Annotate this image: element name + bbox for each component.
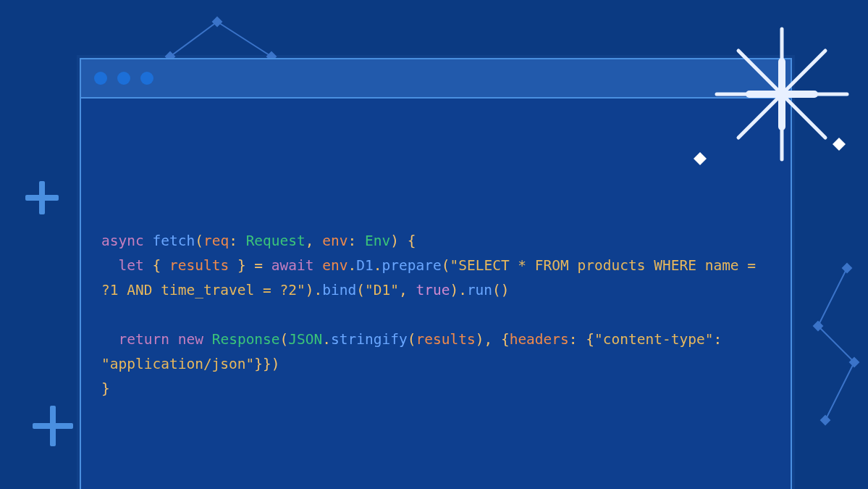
plus-sparkle-icon [25,181,59,214]
window-titlebar [81,59,791,99]
code-token-str: "application/json" [101,356,254,372]
code-token-punct: : [348,233,365,249]
code-token-prop: D1 [356,257,373,274]
code-token-kw: await [271,257,314,274]
code-token-punct: . [348,257,357,274]
code-token-param: results [416,331,475,348]
code-token-punct: () [492,282,509,298]
code-block: async fetch(req: Request, env: Env) { le… [81,113,791,416]
code-token-punct: ( [195,233,203,249]
code-token-type: Response [212,331,280,348]
window-dot [94,72,107,85]
code-token-punct [169,331,178,348]
code-token-type: Env [365,233,390,249]
code-token-fn: prepare [382,257,442,274]
code-token-param: results [169,257,229,274]
code-token-punct: ). [450,282,466,298]
window-dot [140,72,153,85]
code-token-param: req [203,233,229,249]
code-token-bool: true [416,282,450,298]
code-token-punct: { [144,257,169,274]
code-token-punct: ( [408,331,416,348]
code-token-punct: ( [356,282,365,298]
code-token-kw: return [118,331,169,348]
code-token-type: Request [246,233,306,249]
code-window: async fetch(req: Request, env: Env) { le… [80,58,792,489]
svg-line-11 [825,362,854,420]
window-dot [117,72,130,85]
plus-sparkle-icon [33,406,73,446]
code-token-punct: } [101,380,110,397]
svg-line-9 [818,268,847,326]
code-token-punct: . [374,257,382,274]
small-diamond-icon [694,152,707,165]
code-token-fn: fetch [152,233,195,249]
svg-marker-23 [833,138,846,151]
small-diamond-icon [833,138,846,151]
svg-marker-15 [821,416,830,425]
code-token-punct [101,331,118,348]
code-token-punct [144,233,153,249]
code-token-fn: run [467,282,492,298]
code-token-punct: . [322,331,331,348]
code-token-punct [101,257,118,274]
code-token-punct: : [713,331,730,348]
svg-line-0 [170,22,217,57]
svg-marker-12 [843,264,851,272]
code-token-fn: stringify [331,331,408,348]
code-token-punct: ), { [476,331,510,348]
svg-marker-22 [694,152,707,165]
code-token-punct: } = [229,257,271,274]
code-token-punct [203,331,212,348]
code-token-punct: , [306,233,322,249]
code-token-type: JSON [288,331,322,348]
constellation-right [804,261,868,435]
code-token-punct: ( [442,257,450,274]
code-token-kw: let [118,257,143,274]
canvas: async fetch(req: Request, env: Env) { le… [0,0,868,489]
code-token-str: "D1" [365,282,399,298]
code-token-punct: ). [306,282,322,298]
code-token-punct: : [229,233,245,249]
code-token-kw: new [178,331,203,348]
code-token-fn: bind [322,282,356,298]
svg-rect-6 [25,195,59,201]
code-token-punct [314,257,323,274]
code-token-punct: : { [569,331,594,348]
code-token-punct: , [399,282,416,298]
svg-line-1 [217,22,271,57]
code-token-param: env [322,233,347,249]
code-token-param: env [322,257,347,274]
code-token-punct: ) { [390,233,416,249]
svg-rect-8 [33,423,73,429]
code-token-punct: ( [280,331,289,348]
code-token-punct: }}) [254,356,279,372]
code-token-kw: async [101,233,144,249]
code-token-str: "content-type" [594,331,713,348]
code-token-param: headers [510,331,569,348]
svg-line-10 [818,326,854,362]
